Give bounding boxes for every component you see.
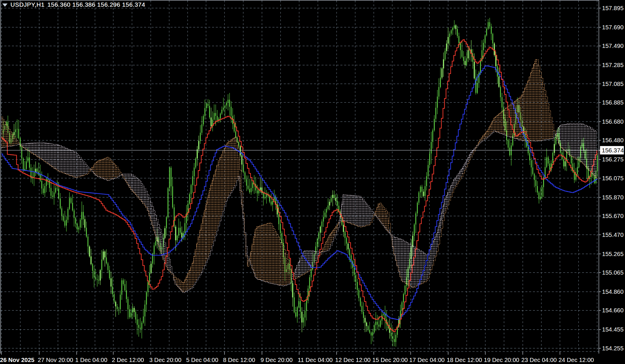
candle-body	[72, 203, 73, 210]
candle-body	[257, 190, 258, 193]
candle-body	[441, 69, 443, 78]
candle-body	[426, 176, 427, 186]
y-axis-label: 156.480	[602, 137, 624, 143]
candle-body	[172, 186, 173, 208]
candle-body	[395, 335, 396, 342]
candle-body	[280, 224, 281, 233]
candle-body	[225, 105, 225, 107]
candle-body	[431, 142, 432, 154]
candle-body	[40, 175, 41, 181]
candle-body	[92, 264, 93, 271]
candle-body	[129, 309, 130, 317]
candle-body	[377, 322, 378, 325]
candle-body	[107, 263, 108, 270]
x-axis-label: 9 Dec 20:00	[261, 356, 293, 363]
candle-body	[337, 201, 338, 206]
x-axis-label: 26 Nov 2025	[0, 356, 35, 363]
candle-body	[357, 282, 358, 290]
candle-body	[265, 197, 265, 198]
candle-body	[123, 280, 124, 284]
candle-body	[443, 59, 444, 68]
candle-body	[37, 169, 37, 172]
candle-body	[492, 34, 493, 44]
candle-body	[414, 225, 415, 236]
candle-body	[63, 216, 64, 221]
candle-body	[202, 125, 202, 133]
candle-body	[125, 284, 125, 290]
candle-body	[391, 333, 391, 336]
candle-body	[120, 295, 121, 309]
candle-body	[480, 61, 481, 73]
candle-body	[432, 130, 433, 142]
candle-body	[405, 286, 405, 294]
candle-body	[488, 22, 488, 29]
y-axis-label: 157.895	[602, 5, 624, 11]
price-chart-canvas[interactable]: 157.895157.690157.490157.285157.085156.8…	[0, 0, 625, 364]
candle-body	[100, 270, 101, 281]
candle-body	[295, 312, 296, 317]
candle-body	[364, 318, 366, 322]
candle-body	[463, 57, 464, 61]
candle-body	[368, 326, 369, 329]
candle-body	[168, 188, 168, 217]
x-axis-label: 15 Dec 20:00	[372, 356, 408, 363]
candle-body	[131, 313, 132, 317]
ohlc-values: 156.360 156.386 156.296 156.374	[47, 1, 145, 8]
candle-body	[358, 290, 359, 298]
candle-body	[281, 233, 282, 243]
candle-body	[297, 307, 298, 317]
candle-body	[479, 73, 479, 83]
candle-body	[178, 228, 179, 236]
y-axis-label: 156.885	[602, 99, 624, 106]
candle-body	[228, 100, 229, 103]
candle-body	[248, 186, 249, 189]
candle-body	[428, 165, 429, 176]
candle-body	[445, 51, 446, 60]
candle-body	[74, 210, 75, 218]
candle-body	[148, 282, 148, 292]
candle-body	[540, 197, 541, 199]
y-axis-label: 155.670	[602, 212, 624, 219]
candle-body	[90, 256, 91, 264]
mt4-chart-window: 157.895157.690157.490157.285157.085156.8…	[0, 0, 625, 364]
current-price-badge: 156.374	[599, 146, 624, 154]
candle-body	[536, 180, 536, 186]
candle-body	[446, 44, 447, 51]
candle-body	[194, 167, 195, 176]
candle-body	[546, 157, 547, 167]
candle-body	[554, 144, 555, 153]
candle-body	[305, 311, 306, 318]
candle-body	[89, 246, 90, 256]
candle-body	[563, 159, 564, 166]
candle-body	[417, 203, 418, 213]
symbol-period-label: USDJPY,H1	[10, 1, 44, 8]
candle-body	[348, 244, 349, 249]
candle-body	[54, 192, 55, 197]
candle-body	[331, 198, 332, 202]
candle-body	[181, 233, 182, 238]
x-axis-label: 27 Nov 20:00	[38, 356, 73, 363]
candle-body	[322, 221, 322, 227]
candle-body	[104, 251, 105, 257]
candle-body	[548, 157, 549, 163]
candle-body	[240, 146, 241, 156]
candle-body	[28, 157, 28, 161]
candle-body	[500, 87, 501, 97]
candle-body	[529, 153, 530, 160]
candle-body	[502, 97, 502, 108]
candle-body	[311, 270, 312, 277]
candle-body	[464, 61, 466, 65]
candle-body	[457, 29, 458, 36]
candle-body	[389, 329, 390, 333]
candle-body	[23, 158, 24, 170]
candle-body	[320, 227, 321, 233]
candle-body	[301, 312, 303, 322]
candle-body	[78, 228, 79, 230]
candle-body	[132, 308, 133, 313]
candle-body	[588, 169, 589, 179]
chart-title-bar: USDJPY,H1 156.360 156.386 156.296 156.37…	[2, 1, 145, 8]
symbol-dropdown-icon[interactable]	[2, 3, 8, 7]
candle-body	[232, 116, 233, 124]
candle-body	[552, 153, 553, 163]
candle-body	[243, 165, 244, 172]
